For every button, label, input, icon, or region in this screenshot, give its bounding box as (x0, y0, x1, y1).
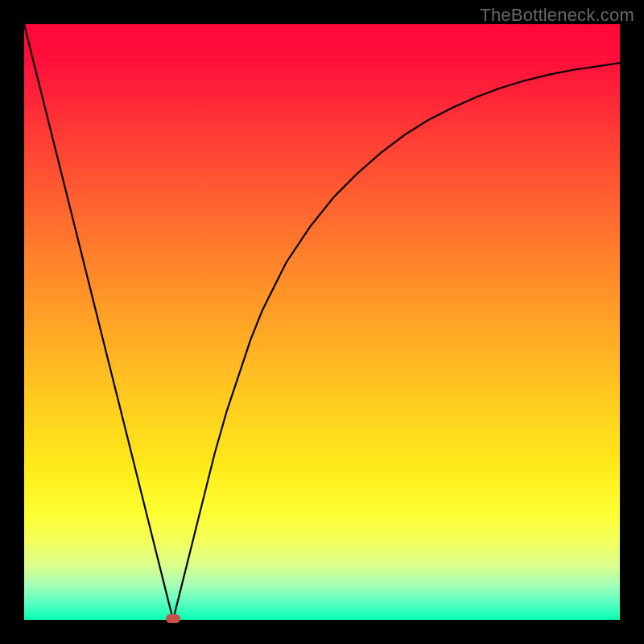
minimum-marker (166, 614, 180, 623)
bottleneck-curve (24, 24, 620, 620)
plot-area (24, 24, 620, 620)
attribution-label: TheBottleneck.com (480, 5, 634, 26)
chart-frame: TheBottleneck.com (0, 0, 644, 644)
